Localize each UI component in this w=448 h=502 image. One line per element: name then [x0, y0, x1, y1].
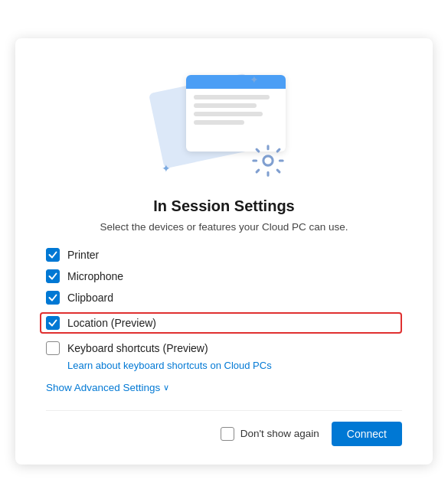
checkbox-microphone[interactable]	[46, 269, 60, 283]
illustration-window-bar	[186, 75, 286, 89]
dont-show-container: Don't show again	[221, 427, 319, 441]
dialog: ✦ ✦ In Session Settings Select the devic…	[15, 38, 433, 465]
checkmark-icon-clipboard	[48, 293, 57, 302]
checkbox-clipboard[interactable]	[46, 291, 60, 305]
illustration-lines	[186, 89, 286, 131]
gear-icon	[250, 143, 286, 178]
dialog-subtitle: Select the devices or features your Clou…	[100, 221, 348, 233]
checkbox-keyboard[interactable]	[46, 341, 60, 355]
setting-item-clipboard: Clipboard	[46, 291, 402, 305]
label-keyboard: Keyboard shortcuts (Preview)	[67, 342, 208, 354]
sparkle-icon-2: ✦	[162, 162, 171, 174]
checkmark-icon-location	[48, 318, 57, 328]
illustration-line	[194, 112, 263, 116]
dialog-footer: Don't show again Connect	[46, 410, 402, 446]
dialog-title: In Session Settings	[153, 197, 294, 215]
checkbox-dont-show[interactable]	[221, 427, 234, 441]
illustration: ✦ ✦	[148, 60, 301, 182]
learn-keyboard-link[interactable]: Learn about keyboard shortcuts on Cloud …	[67, 360, 402, 371]
illustration-line	[194, 103, 257, 108]
label-microphone: Microphone	[67, 270, 123, 282]
setting-item-printer: Printer	[46, 248, 402, 262]
illustration-line	[194, 120, 244, 125]
sparkle-icon-1: ✦	[250, 73, 259, 86]
illustration-line	[194, 95, 270, 99]
checkmark-icon-microphone	[48, 272, 57, 281]
illustration-window	[186, 75, 286, 152]
connect-button[interactable]: Connect	[332, 422, 402, 446]
setting-item-location: Location (Preview)	[40, 312, 402, 334]
checkmark-icon-printer	[48, 250, 57, 259]
advanced-settings-label: Show Advanced Settings	[46, 382, 160, 393]
checkbox-location[interactable]	[46, 316, 60, 330]
chevron-down-icon: ∨	[163, 383, 169, 393]
label-printer: Printer	[67, 249, 99, 261]
setting-item-microphone: Microphone	[46, 269, 402, 283]
setting-item-keyboard: Keyboard shortcuts (Preview)	[46, 341, 402, 355]
dont-show-label: Don't show again	[240, 428, 319, 439]
label-clipboard: Clipboard	[67, 292, 113, 304]
svg-point-0	[263, 155, 272, 165]
advanced-settings-link[interactable]: Show Advanced Settings ∨	[46, 382, 169, 393]
checkbox-printer[interactable]	[46, 248, 60, 262]
settings-list: Printer Microphone Clipboard	[46, 248, 402, 371]
label-location: Location (Preview)	[67, 317, 156, 329]
